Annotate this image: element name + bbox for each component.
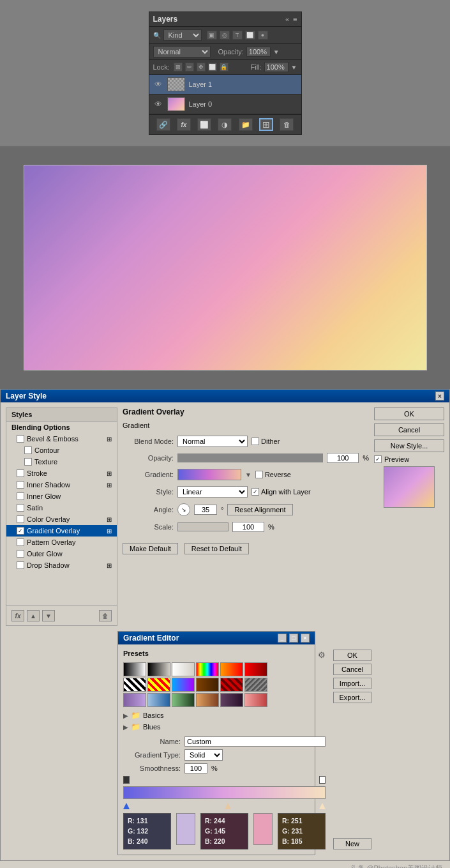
ls-close-btn[interactable]: × — [435, 392, 444, 400]
ge-folder-basics[interactable]: ▶ 📁 Basics — [123, 710, 326, 721]
angle-dial[interactable]: ↘ — [177, 503, 190, 516]
preset-pink-red[interactable] — [244, 693, 267, 707]
contour-checkbox[interactable] — [24, 446, 32, 454]
scale-input[interactable] — [232, 522, 264, 532]
preset-green[interactable] — [172, 693, 195, 707]
opacity-arrow[interactable]: ▼ — [273, 49, 280, 56]
type-filter-icon[interactable]: T — [232, 31, 243, 40]
ge-color-stop-mid[interactable] — [225, 803, 231, 809]
preset-blue[interactable] — [147, 693, 170, 707]
adjust-filter-icon[interactable]: ◎ — [220, 31, 230, 40]
preset-checker[interactable] — [244, 678, 267, 692]
fill-arrow[interactable]: ▼ — [291, 64, 297, 71]
preset-purple[interactable] — [123, 693, 146, 707]
reset-default-btn[interactable]: Reset to Default — [184, 543, 249, 554]
ge-top-stop-right[interactable] — [319, 776, 326, 784]
drop-shadow-checkbox[interactable] — [17, 561, 24, 569]
outer-glow-item[interactable]: Outer Glow — [6, 548, 117, 560]
ge-folder-blues[interactable]: ▶ 📁 Blues — [123, 721, 326, 733]
ge-smooth-input[interactable] — [184, 763, 207, 773]
inner-glow-checkbox[interactable] — [17, 492, 24, 500]
opacity-slider[interactable] — [177, 453, 323, 462]
drop-shadow-item[interactable]: Drop Shadow ⊞ — [6, 560, 117, 571]
gradient-style-select[interactable]: Linear — [177, 486, 248, 498]
preset-red[interactable] — [244, 662, 267, 676]
preset-blue-purple[interactable] — [172, 678, 195, 692]
color-overlay-checkbox[interactable] — [17, 515, 24, 523]
preview-checkbox[interactable] — [374, 455, 382, 463]
ge-settings-icon[interactable]: ⚙ — [318, 650, 326, 660]
opacity-input[interactable] — [246, 47, 271, 57]
collapse-icon[interactable]: « — [285, 15, 289, 23]
bevel-emboss-item[interactable]: Bevel & Emboss ⊞ — [6, 433, 117, 445]
satin-checkbox[interactable] — [17, 504, 24, 512]
layer-item-layer0[interactable]: 👁 Layer 0 — [149, 95, 301, 114]
preset-rainbow[interactable] — [196, 662, 219, 676]
texture-checkbox[interactable] — [24, 458, 32, 466]
reset-alignment-btn[interactable]: Reset Alignment — [227, 504, 292, 515]
drop-shadow-add-icon[interactable]: ⊞ — [107, 562, 112, 569]
preset-black-transparent[interactable] — [147, 662, 170, 676]
lock-artboard-icon[interactable]: ⬜ — [208, 63, 217, 72]
preset-orange-red[interactable] — [220, 662, 243, 676]
shape-filter-icon[interactable]: ⬜ — [245, 31, 255, 40]
ok-btn[interactable]: OK — [374, 407, 444, 420]
preset-stripes-color[interactable] — [147, 678, 170, 692]
stroke-item[interactable]: Stroke ⊞ — [6, 468, 117, 479]
pattern-overlay-item[interactable]: Pattern Overlay — [6, 537, 117, 548]
ge-maximize-btn[interactable]: □ — [289, 634, 298, 643]
new-group-btn[interactable]: 📁 — [239, 118, 253, 131]
align-checkbox[interactable] — [251, 488, 259, 496]
opacity-value-input[interactable] — [327, 453, 359, 463]
preset-amber[interactable] — [196, 693, 219, 707]
reverse-checkbox[interactable] — [255, 471, 263, 478]
contour-item[interactable]: Contour — [6, 445, 117, 456]
ge-gradient-bar[interactable] — [123, 786, 326, 799]
ge-cancel-btn[interactable]: Cancel — [333, 664, 371, 675]
fx-bottom-btn[interactable]: fx — [11, 610, 24, 621]
ge-minimize-btn[interactable]: _ — [278, 634, 287, 643]
visibility-eye-layer0[interactable]: 👁 — [153, 99, 163, 109]
smart-filter-icon[interactable]: ● — [258, 31, 268, 40]
fill-input[interactable] — [264, 62, 289, 72]
gradient-picker[interactable] — [177, 469, 241, 480]
color-overlay-item[interactable]: Color Overlay ⊞ — [6, 514, 117, 525]
ge-color-stop-right[interactable] — [319, 803, 326, 809]
move-down-btn[interactable]: ▼ — [42, 610, 55, 621]
lock-all-icon[interactable]: 🔒 — [220, 63, 229, 72]
preset-bw[interactable] — [123, 662, 146, 676]
ge-ok-btn[interactable]: OK — [333, 650, 371, 661]
ge-close-btn[interactable]: × — [301, 634, 310, 643]
ge-import-btn[interactable]: Import... — [333, 678, 371, 689]
texture-item[interactable]: Texture — [6, 456, 117, 468]
layer-item-layer1[interactable]: 👁 Layer 1 — [149, 75, 301, 95]
pixel-filter-icon[interactable]: ▣ — [207, 31, 217, 40]
link-layers-btn[interactable]: 🔗 — [156, 118, 170, 131]
search-kind-select[interactable]: Kind — [163, 29, 202, 41]
preset-white-transparent[interactable] — [172, 662, 195, 676]
lock-position-icon[interactable]: ⊠ — [174, 63, 183, 72]
bevel-add-icon[interactable]: ⊞ — [107, 436, 112, 443]
adjustment-layer-btn[interactable]: ◑ — [218, 118, 232, 131]
layer-fx-btn[interactable]: fx — [177, 118, 191, 131]
cancel-btn[interactable]: Cancel — [374, 423, 444, 436]
inner-shadow-item[interactable]: Inner Shadow ⊞ — [6, 479, 117, 491]
gradient-overlay-item[interactable]: Gradient Overlay ⊞ — [6, 525, 117, 537]
gradient-overlay-add-icon[interactable]: ⊞ — [107, 528, 112, 535]
stroke-checkbox[interactable] — [17, 469, 24, 477]
pattern-overlay-checkbox[interactable] — [17, 538, 24, 546]
ge-name-input[interactable] — [184, 736, 326, 747]
inner-shadow-checkbox[interactable] — [17, 481, 24, 489]
preset-brown[interactable] — [196, 678, 219, 692]
bevel-checkbox[interactable] — [17, 435, 24, 443]
outer-glow-checkbox[interactable] — [17, 550, 24, 558]
satin-item[interactable]: Satin — [6, 502, 117, 514]
gradient-arrow[interactable]: ▼ — [245, 471, 251, 478]
ge-type-select[interactable]: Solid — [184, 749, 223, 761]
new-layer-btn[interactable]: ⊞ — [259, 118, 273, 131]
delete-layer-btn[interactable]: 🗑 — [280, 118, 294, 131]
gradient-blend-select[interactable]: Normal — [177, 436, 248, 447]
ge-export-btn[interactable]: Export... — [333, 692, 371, 703]
preset-dark-purple[interactable] — [220, 693, 243, 707]
blend-mode-select[interactable]: Normal — [153, 46, 211, 57]
